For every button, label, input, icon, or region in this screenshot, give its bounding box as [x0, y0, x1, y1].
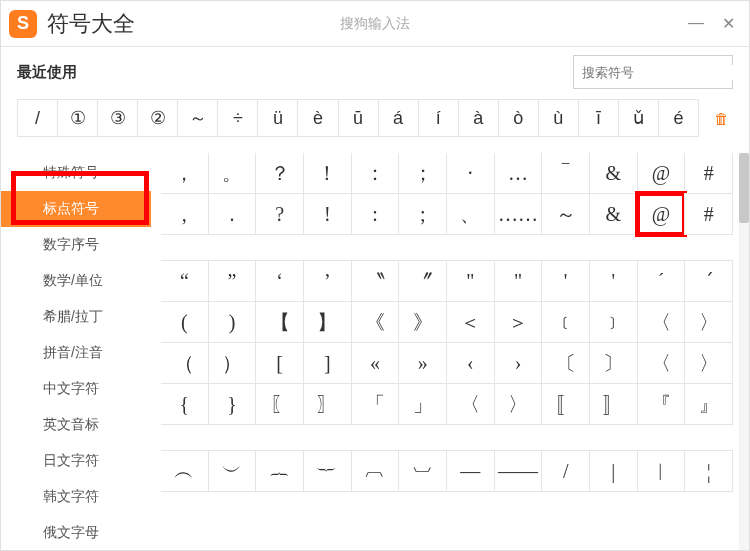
symbol-cell[interactable]: ︹ [351, 450, 400, 492]
scrollbar-thumb[interactable] [739, 153, 749, 223]
symbol-cell[interactable]: ） [208, 342, 257, 384]
symbol-cell[interactable]: ： [351, 153, 400, 194]
symbol-cell[interactable]: @ [637, 193, 686, 235]
symbol-cell[interactable]: " [494, 260, 543, 302]
recent-symbol[interactable]: ò [498, 99, 539, 137]
symbol-cell[interactable]: 『 [637, 383, 686, 425]
symbol-cell[interactable]: 〈 [637, 342, 686, 384]
symbol-cell[interactable]: ' [589, 260, 638, 302]
recent-symbol[interactable]: ù [538, 99, 579, 137]
symbol-cell[interactable]: ︷ [255, 450, 304, 492]
recent-symbol[interactable]: / [17, 99, 58, 137]
recent-symbol[interactable]: ū [338, 99, 379, 137]
symbol-cell[interactable]: ) [208, 301, 257, 343]
symbol-cell[interactable]: · [446, 153, 495, 194]
symbol-cell[interactable]: 〔 [541, 342, 590, 384]
recent-symbol[interactable]: à [458, 99, 499, 137]
symbol-cell[interactable]: 。 [208, 153, 257, 194]
close-button[interactable]: ✕ [722, 14, 735, 33]
symbol-scroll-area[interactable]: ，。？！：；·…‾&@#,.?!:;、……～&@#“”‘’〝〞""''´ˊ()【… [161, 153, 743, 551]
symbol-cell[interactable]: 〈 [446, 383, 495, 425]
minimize-button[interactable]: — [688, 14, 704, 33]
sidebar-item[interactable]: 标点符号 [1, 191, 151, 227]
symbol-cell[interactable]: » [398, 342, 447, 384]
symbol-cell[interactable]: ～ [541, 193, 590, 235]
symbol-cell[interactable]: 〞 [398, 260, 447, 302]
symbol-cell[interactable]: ﹝ [541, 301, 590, 343]
recent-symbol[interactable]: ～ [177, 99, 218, 137]
symbol-cell[interactable]: / [541, 450, 590, 492]
symbol-cell[interactable]: & [589, 153, 638, 194]
symbol-cell[interactable]: ' [541, 260, 590, 302]
symbol-cell[interactable]: 〚 [541, 383, 590, 425]
recent-symbol[interactable]: è [297, 99, 338, 137]
sidebar-item[interactable]: 英文音标 [1, 407, 151, 443]
symbol-cell[interactable]: “ [161, 260, 209, 302]
symbol-cell[interactable]: | [589, 450, 638, 492]
symbol-cell[interactable]: 〛 [589, 383, 638, 425]
symbol-cell[interactable]: ? [255, 193, 304, 235]
symbol-cell[interactable]: ´ [637, 260, 686, 302]
symbol-cell[interactable]: ! [303, 193, 352, 235]
sidebar-item[interactable]: 韩文字符 [1, 479, 151, 515]
symbol-cell[interactable]: 【 [255, 301, 304, 343]
symbol-cell[interactable]: ︵ [161, 450, 209, 492]
symbol-cell[interactable]: 《 [351, 301, 400, 343]
symbol-cell[interactable]: ＜ [446, 301, 495, 343]
sidebar-item[interactable]: 拼音/注音 [1, 335, 151, 371]
symbol-cell[interactable]: › [494, 342, 543, 384]
scrollbar-track[interactable] [739, 153, 749, 551]
symbol-cell[interactable]: & [589, 193, 638, 235]
sidebar-item[interactable]: 中文字符 [1, 371, 151, 407]
symbol-cell[interactable]: 》 [398, 301, 447, 343]
recent-symbol[interactable]: ü [257, 99, 298, 137]
symbol-cell[interactable]: … [494, 153, 543, 194]
symbol-cell[interactable]: 】 [303, 301, 352, 343]
symbol-cell[interactable]: ， [161, 153, 209, 194]
symbol-cell[interactable]: ！ [303, 153, 352, 194]
symbol-cell[interactable]: …… [494, 193, 543, 235]
symbol-cell[interactable]: 〖 [255, 383, 304, 425]
symbol-cell[interactable]: , [161, 193, 209, 235]
symbol-cell[interactable]: ︸ [303, 450, 352, 492]
symbol-cell[interactable]: 」 [398, 383, 447, 425]
symbol-cell[interactable]: 〗 [303, 383, 352, 425]
symbol-cell[interactable]: ﹞ [589, 301, 638, 343]
clear-recent-icon[interactable]: 🗑 [709, 110, 733, 127]
symbol-cell[interactable]: 〉 [494, 383, 543, 425]
sidebar-item[interactable]: 希腊/拉丁 [1, 299, 151, 335]
sidebar-item[interactable]: 特殊符号 [1, 155, 151, 191]
symbol-cell[interactable]: 』 [684, 383, 733, 425]
sidebar-item[interactable]: 俄文字母 [1, 515, 151, 551]
symbol-cell[interactable]: @ [637, 153, 686, 194]
recent-symbol[interactable]: ① [57, 99, 98, 137]
search-input[interactable] [582, 65, 750, 80]
symbol-cell[interactable]: ( [161, 301, 209, 343]
recent-symbol[interactable]: ③ [97, 99, 138, 137]
symbol-cell[interactable]: # [684, 153, 733, 194]
symbol-cell[interactable]: — [446, 450, 495, 492]
recent-symbol[interactable]: í [418, 99, 459, 137]
symbol-cell[interactable]: —— [494, 450, 543, 492]
symbol-cell[interactable]: { [161, 383, 209, 425]
search-box[interactable]: 🔍 [573, 55, 733, 89]
symbol-cell[interactable]: ‾ [541, 153, 590, 194]
symbol-cell[interactable]: . [208, 193, 257, 235]
symbol-cell[interactable]: 「 [351, 383, 400, 425]
symbol-cell[interactable]: （ [161, 342, 209, 384]
symbol-cell[interactable]: 〉 [684, 301, 733, 343]
symbol-cell[interactable]: ‹ [446, 342, 495, 384]
symbol-cell[interactable]: ’ [303, 260, 352, 302]
sidebar-item[interactable]: 数学/单位 [1, 263, 151, 299]
symbol-cell[interactable]: : [351, 193, 400, 235]
symbol-cell[interactable]: } [208, 383, 257, 425]
symbol-cell[interactable]: ︺ [398, 450, 447, 492]
symbol-cell[interactable]: ˊ [684, 260, 733, 302]
sidebar-item[interactable]: 日文字符 [1, 443, 151, 479]
recent-symbol[interactable]: é [658, 99, 699, 137]
symbol-cell[interactable]: ” [208, 260, 257, 302]
symbol-cell[interactable]: ; [398, 193, 447, 235]
symbol-cell[interactable]: « [351, 342, 400, 384]
recent-symbol[interactable]: ǔ [618, 99, 659, 137]
recent-symbol[interactable]: ② [137, 99, 178, 137]
